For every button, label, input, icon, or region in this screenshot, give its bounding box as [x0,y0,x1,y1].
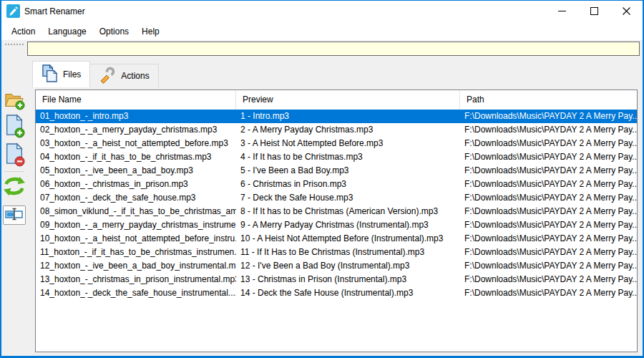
path-cell: F:\Downloads\Music\PAYDAY 2 A Merry Pay.… [460,246,637,259]
menu-options[interactable]: Options [93,24,135,39]
table-row[interactable]: 07_hoxton_-_deck_the_safe_house.mp3 7 - … [36,191,637,205]
menu-help[interactable]: Help [135,24,166,39]
tab-actions-label: Actions [121,71,149,81]
window-title: Smart Renamer [24,1,85,22]
preview-cell: 13 - Christmas in Prison (Instrumental).… [236,273,460,286]
file-name-cell: 07_hoxton_-_deck_the_safe_house.mp3 [36,191,236,205]
path-cell: F:\Downloads\Music\PAYDAY 2 A Merry Pay.… [460,273,637,286]
path-cell: F:\Downloads\Music\PAYDAY 2 A Merry Pay.… [460,205,637,218]
path-cell: F:\Downloads\Music\PAYDAY 2 A Merry Pay.… [460,123,637,137]
preview-cell: 1 - Intro.mp3 [236,110,460,123]
preview-cell: 12 - I've Been a Bad Boy (Instrumental).… [236,259,460,273]
app-icon [6,4,20,18]
preview-cell: 9 - A Merry Padyay Christmas (Instrument… [236,218,460,232]
file-name-cell: 06_hoxton_-_christmas_in_prison.mp3 [36,178,236,191]
column-header-path[interactable]: Path [460,90,637,110]
minimize-icon [558,5,566,18]
rename-field-button[interactable] [3,205,26,225]
file-name-cell: 04_hoxton_-_if_it_has_to_be_christmas.mp… [36,150,236,164]
file-name-cell: 02_hoxton_-_a_merry_payday_christmas.mp3 [36,123,236,137]
app-window: Smart Renamer Action Language Options [0,0,644,358]
maximize-button[interactable] [578,1,610,22]
path-cell: F:\Downloads\Music\PAYDAY 2 A Merry Pay.… [460,259,637,273]
file-name-cell: 09_hoxton_-_a_merry_payday_christmas_ins… [36,218,236,232]
file-name-cell: 14_hoxton_-_deck_the_safe_house_instrume… [36,286,236,300]
remove-files-icon [4,142,25,170]
preview-cell: 5 - I've Been a Bad Boy.mp3 [236,164,460,178]
add-files-icon [4,114,25,141]
menu-action[interactable]: Action [5,24,42,39]
tab-files-label: Files [63,69,81,79]
preview-cell: 11 - If It Has to Be Christmas (Instrume… [236,246,460,259]
refresh-button[interactable] [3,175,26,200]
window-controls [546,1,643,22]
rename-field-icon [5,207,24,224]
file-name-cell: 01_hoxton_-_intro.mp3 [36,110,236,123]
path-cell: F:\Downloads\Music\PAYDAY 2 A Merry Pay.… [460,150,637,164]
file-name-cell: 12_hoxton_-_ive_been_a_bad_boy_instrumen… [36,259,236,273]
tab-actions[interactable]: Actions [90,64,158,87]
file-name-cell: 08_simon_viklund_-_if_it_has_to_be_chris… [36,205,236,218]
file-name-cell: 03_hoxton_-_a_heist_not_attempted_before… [36,137,236,150]
table-body: 01_hoxton_-_intro.mp3 1 - Intro.mp3 F:\D… [36,110,637,300]
table-row[interactable]: 06_hoxton_-_christmas_in_prison.mp3 6 - … [36,178,637,191]
menubar: Action Language Options Help [1,22,643,40]
path-cell: F:\Downloads\Music\PAYDAY 2 A Merry Pay.… [460,110,637,123]
maximize-icon [590,5,598,18]
tab-files[interactable]: Files [32,61,90,87]
close-button[interactable] [610,1,643,22]
table-row[interactable]: 10_hoxton_-_a_heist_not_attempted_before… [36,232,637,246]
preview-cell: 7 - Deck the Safe House.mp3 [236,191,460,205]
minimize-button[interactable] [546,1,578,22]
column-header-file-name[interactable]: File Name [36,90,236,110]
path-cell: F:\Downloads\Music\PAYDAY 2 A Merry Pay.… [460,178,637,191]
column-header-preview[interactable]: Preview [236,90,460,110]
titlebar: Smart Renamer [1,1,643,22]
table-row[interactable]: 04_hoxton_-_if_it_has_to_be_christmas.mp… [36,150,637,164]
path-cell: F:\Downloads\Music\PAYDAY 2 A Merry Pay.… [460,286,637,300]
table-row[interactable]: 13_hoxton_-_christmas_in_prison_instrume… [36,273,637,286]
table-row[interactable]: 01_hoxton_-_intro.mp3 1 - Intro.mp3 F:\D… [36,110,637,123]
close-icon [623,5,630,18]
file-list: File Name Preview Path 01_hoxton_-_intro… [35,90,638,352]
status-hint-bar [27,42,640,56]
toolbar-separator [4,171,24,172]
table-row[interactable]: 02_hoxton_-_a_merry_payday_christmas.mp3… [36,123,637,137]
preview-cell: 2 - A Merry Payday Christmas.mp3 [236,123,460,137]
preview-cell: 8 - If It has to be Christmas (American … [236,205,460,218]
file-name-cell: 11_hoxton_-_if_it_has_to_be_christmas_in… [36,246,236,259]
table-row[interactable]: 05_hoxton_-_ive_been_a_bad_boy.mp3 5 - I… [36,164,637,178]
add-folder-button[interactable] [3,89,26,112]
preview-cell: 3 - A Heist Not Attempted Before.mp3 [236,137,460,150]
path-cell: F:\Downloads\Music\PAYDAY 2 A Merry Pay.… [460,137,637,150]
preview-cell: 6 - Christmas in Prison.mp3 [236,178,460,191]
table-row[interactable]: 14_hoxton_-_deck_the_safe_house_instrume… [36,286,637,300]
table-row[interactable]: 11_hoxton_-_if_it_has_to_be_christmas_in… [36,246,637,259]
table-header: File Name Preview Path [36,90,637,110]
add-files-button[interactable] [3,115,26,140]
refresh-icon [4,175,25,200]
path-cell: F:\Downloads\Music\PAYDAY 2 A Merry Pay.… [460,191,637,205]
table-row[interactable]: 09_hoxton_-_a_merry_payday_christmas_ins… [36,218,637,232]
path-cell: F:\Downloads\Music\PAYDAY 2 A Merry Pay.… [460,164,637,178]
preview-cell: 14 - Deck the Safe House (Instrumental).… [236,286,460,300]
tab-strip: Files Actions [32,61,159,87]
table-row[interactable]: 12_hoxton_-_ive_been_a_bad_boy_instrumen… [36,259,637,273]
toolbar-grip[interactable] [5,44,24,45]
file-name-cell: 13_hoxton_-_christmas_in_prison_instrume… [36,273,236,286]
table-row[interactable]: 03_hoxton_-_a_heist_not_attempted_before… [36,137,637,150]
menu-language[interactable]: Language [42,24,92,39]
add-folder-icon [3,89,26,113]
documents-icon [42,64,58,85]
table-row[interactable]: 08_simon_viklund_-_if_it_has_to_be_chris… [36,205,637,218]
remove-files-button[interactable] [3,144,26,168]
file-name-cell: 05_hoxton_-_ive_been_a_bad_boy.mp3 [36,164,236,178]
path-cell: F:\Downloads\Music\PAYDAY 2 A Merry Pay.… [460,218,637,232]
path-cell: F:\Downloads\Music\PAYDAY 2 A Merry Pay.… [460,232,637,246]
preview-cell: 10 - A Heist Not Attempted Before (Instr… [236,232,460,246]
preview-cell: 4 - If It has to be Christmas.mp3 [236,150,460,164]
toolbar [1,40,27,356]
wrench-icon [99,66,116,87]
file-name-cell: 10_hoxton_-_a_heist_not_attempted_before… [36,232,236,246]
